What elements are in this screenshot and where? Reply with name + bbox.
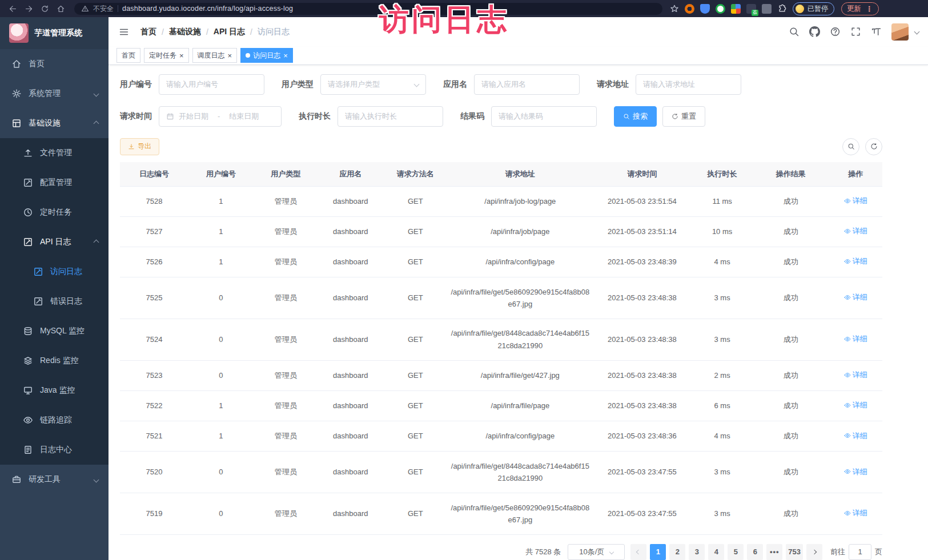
sidebar-item-1[interactable]: 系统管理 (0, 79, 109, 108)
close-icon[interactable]: × (179, 52, 184, 59)
breadcrumb-item-2[interactable]: API 日志 (214, 27, 245, 37)
page-button-6[interactable]: 6 (747, 544, 763, 560)
browser-reload-icon[interactable] (38, 2, 51, 15)
extension-icon-3[interactable] (731, 4, 741, 14)
avatar-caret-icon[interactable] (914, 29, 920, 35)
page-button-753[interactable]: 753 (786, 544, 803, 560)
sidebar-item-6[interactable]: API 日志 (0, 227, 109, 257)
breadcrumb-separator: / (162, 27, 164, 37)
cell-request-url: /api/infra/file/get/8448cada8c714e4ab6f1… (448, 319, 593, 360)
sidebar-item-9[interactable]: MySQL 监控 (0, 316, 109, 346)
page-button-4[interactable]: 4 (708, 544, 724, 560)
search-icon[interactable] (789, 26, 800, 37)
page-button-3[interactable]: 3 (689, 544, 705, 560)
extensions-puzzle-icon[interactable] (777, 4, 787, 14)
sidebar-item-3[interactable]: 文件管理 (0, 138, 109, 168)
sidebar-item-14[interactable]: 研发工具 (0, 465, 109, 494)
extension-icon-5[interactable] (762, 4, 772, 14)
sidebar-item-8[interactable]: 错误日志 (0, 287, 109, 316)
reset-button[interactable]: 重置 (662, 106, 705, 127)
toggle-search-button[interactable] (842, 138, 859, 155)
filter-request-url: 请求地址 (597, 74, 741, 95)
detail-link[interactable]: 详细 (844, 369, 867, 381)
breadcrumb-item-1[interactable]: 基础设施 (169, 27, 201, 37)
cell-log-id: 7528 (120, 186, 188, 216)
table-row: 75190管理员dashboardGET/api/infra/file/get/… (120, 493, 882, 535)
cell-result: 成功 (753, 216, 829, 247)
user-avatar[interactable] (891, 23, 909, 41)
browser-back-icon[interactable] (6, 2, 19, 15)
close-icon[interactable]: × (283, 52, 288, 59)
cell-request-time: 2021-05-03 23:51:54 (593, 186, 692, 216)
detail-link[interactable]: 详细 (844, 466, 867, 478)
sidebar-item-11[interactable]: Java 监控 (0, 376, 109, 405)
sidebar-item-2[interactable]: 基础设施 (0, 108, 109, 138)
detail-link[interactable]: 详细 (844, 195, 867, 207)
page-button-5[interactable]: 5 (728, 544, 744, 560)
profile-paused-pill[interactable]: 已暂停 (793, 2, 834, 15)
cell-action: 详细 (829, 421, 883, 452)
breadcrumb-item-0[interactable]: 首页 (140, 27, 156, 37)
sidebar-item-0[interactable]: 首页 (0, 49, 109, 79)
sidebar-item-10[interactable]: Redis 监控 (0, 346, 109, 376)
font-size-icon[interactable] (871, 26, 882, 37)
detail-link[interactable]: 详细 (844, 291, 867, 303)
cell-result: 成功 (753, 247, 829, 277)
user-id-input[interactable] (159, 74, 264, 95)
cell-method: GET (383, 319, 448, 360)
user-id-label: 用户编号 (120, 79, 152, 90)
user-type-select[interactable]: 请选择用户类型 (320, 74, 426, 95)
fullscreen-icon[interactable] (850, 26, 861, 37)
search-button-label: 搜索 (633, 111, 648, 122)
cell-result: 成功 (753, 277, 829, 319)
request-url-input[interactable] (636, 74, 741, 95)
search-button[interactable]: 搜索 (614, 106, 657, 127)
extension-icon-2[interactable] (716, 4, 725, 14)
table-row: 75271管理员dashboardGET/api/infra/job/page2… (120, 216, 882, 247)
bookmark-star-icon[interactable] (669, 4, 679, 14)
sidebar-item-4[interactable]: 配置管理 (0, 168, 109, 198)
sidebar-item-12[interactable]: 链路追踪 (0, 405, 109, 435)
sidebar-item-5[interactable]: 定时任务 (0, 198, 109, 227)
refresh-table-button[interactable] (865, 138, 882, 155)
prev-page-button[interactable] (630, 544, 646, 560)
detail-link[interactable]: 详细 (844, 225, 867, 237)
page-button-2[interactable]: 2 (669, 544, 685, 560)
app-logo[interactable]: 芋道管理系统 (0, 17, 109, 49)
page-size-select[interactable]: 10条/页 (568, 544, 625, 560)
address-bar[interactable]: 不安全 dashboard.yudao.iocoder.cn/infra/log… (74, 3, 662, 15)
table-row: 75261管理员dashboardGET/api/infra/config/pa… (120, 247, 882, 277)
sidebar-item-13[interactable]: 日志中心 (0, 435, 109, 465)
extension-icon-1[interactable] (685, 4, 694, 14)
tab-3[interactable]: 访问日志× (240, 48, 293, 63)
detail-link[interactable]: 详细 (844, 255, 867, 267)
request-time-range-picker[interactable]: 开始日期 - 结束日期 (159, 106, 282, 127)
filter-request-time: 请求时间 开始日期 - 结束日期 (120, 106, 282, 127)
detail-link[interactable]: 详细 (844, 399, 867, 411)
app-name-input[interactable] (474, 74, 580, 95)
detail-link[interactable]: 详细 (844, 430, 867, 442)
close-icon[interactable]: × (228, 52, 232, 59)
result-code-input[interactable] (491, 106, 597, 127)
extension-icon-4[interactable]: 荔 (746, 4, 756, 14)
goto-page-input[interactable] (849, 544, 871, 560)
duration-input[interactable] (338, 106, 443, 127)
browser-menu-icon[interactable]: ⋮ (866, 5, 873, 13)
tab-2[interactable]: 调度日志× (192, 48, 238, 63)
tab-1[interactable]: 定时任务× (144, 48, 189, 63)
browser-forward-icon[interactable] (22, 2, 35, 15)
next-page-button[interactable] (806, 544, 822, 560)
browser-home-icon[interactable] (54, 2, 67, 15)
more-pages-button[interactable]: ••• (766, 544, 782, 560)
extension-shield-icon[interactable] (700, 4, 710, 14)
help-icon[interactable] (830, 26, 841, 37)
detail-link[interactable]: 详细 (844, 507, 867, 519)
hamburger-icon[interactable] (118, 26, 130, 38)
github-icon[interactable] (809, 26, 820, 37)
browser-update-button[interactable]: 更新 ⋮ (841, 2, 879, 15)
tab-0[interactable]: 首页 (116, 48, 140, 63)
sidebar-item-7[interactable]: 访问日志 (0, 257, 109, 287)
detail-link[interactable]: 详细 (844, 333, 867, 345)
page-button-1[interactable]: 1 (650, 544, 666, 560)
export-button[interactable]: 导出 (120, 138, 159, 155)
